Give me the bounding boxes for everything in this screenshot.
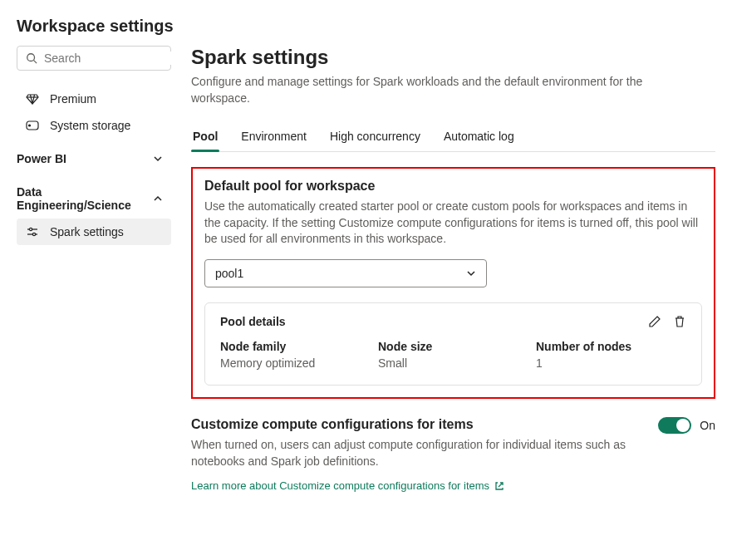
section-label: Data Engineering/Science: [17, 185, 133, 212]
detail-value: 1: [536, 356, 661, 370]
sidebar-item-premium[interactable]: Premium: [17, 86, 171, 112]
edit-button[interactable]: [648, 315, 661, 328]
main-content: Spark settings Configure and manage sett…: [191, 46, 715, 492]
learn-more-link[interactable]: Learn more about Customize compute confi…: [191, 479, 504, 492]
section-label: Power BI: [17, 152, 66, 165]
detail-value: Memory optimized: [220, 356, 345, 370]
customize-toggle[interactable]: [658, 417, 691, 434]
pool-select-value: pool1: [215, 267, 243, 280]
pool-section-title: Default pool for workspace: [204, 179, 702, 194]
detail-label: Node family: [220, 340, 345, 353]
sidebar-item-label: Spark settings: [50, 225, 124, 238]
trash-icon: [673, 315, 686, 328]
pool-select[interactable]: pool1: [204, 259, 487, 287]
sidebar-item-system-storage[interactable]: System storage: [17, 112, 171, 139]
svg-point-5: [29, 228, 32, 230]
storage-icon: [25, 120, 40, 130]
detail-node-family: Node family Memory optimized: [220, 340, 345, 370]
customize-title: Customize compute configurations for ite…: [191, 417, 641, 432]
delete-button[interactable]: [673, 315, 686, 328]
chevron-down-icon: [466, 268, 476, 278]
sidebar-section-powerbi[interactable]: Power BI: [17, 145, 171, 172]
sidebar-item-label: Premium: [50, 92, 96, 106]
sidebar: Premium System storage Power BI Data Eng…: [17, 46, 171, 492]
diamond-icon: [25, 92, 40, 106]
chevron-up-icon: [153, 194, 163, 204]
svg-point-0: [27, 54, 35, 61]
pencil-icon: [648, 315, 661, 328]
search-box[interactable]: [17, 46, 171, 71]
tab-high-concurrency[interactable]: High concurrency: [328, 123, 422, 151]
customize-section: Customize compute configurations for ite…: [191, 417, 715, 492]
tab-environment[interactable]: Environment: [239, 123, 308, 151]
link-text: Learn more about Customize compute confi…: [191, 479, 489, 492]
search-input[interactable]: [44, 52, 189, 65]
search-icon: [26, 52, 37, 64]
svg-line-1: [34, 61, 37, 64]
tabs: Pool Environment High concurrency Automa…: [191, 123, 715, 152]
tab-automatic-log[interactable]: Automatic log: [442, 123, 516, 151]
svg-point-3: [29, 125, 31, 126]
detail-label: Number of nodes: [536, 340, 661, 353]
default-pool-section: Default pool for workspace Use the autom…: [191, 167, 715, 399]
detail-num-nodes: Number of nodes 1: [536, 340, 661, 370]
detail-label: Node size: [378, 340, 503, 353]
chevron-down-icon: [153, 154, 163, 164]
page-title: Workspace settings: [17, 17, 715, 36]
main-description: Configure and manage settings for Spark …: [191, 74, 656, 106]
main-title: Spark settings: [191, 46, 715, 69]
pool-details-title: Pool details: [220, 315, 286, 328]
pool-section-description: Use the automatically created starter po…: [204, 199, 702, 248]
sidebar-item-spark-settings[interactable]: Spark settings: [17, 219, 171, 245]
detail-node-size: Node size Small: [378, 340, 503, 370]
tab-pool[interactable]: Pool: [191, 123, 219, 151]
pool-details-card: Pool details: [204, 302, 702, 386]
toggle-state-label: On: [700, 419, 715, 432]
sliders-icon: [25, 225, 40, 238]
external-link-icon: [494, 481, 504, 491]
svg-point-7: [32, 233, 35, 235]
sidebar-section-dataeng[interactable]: Data Engineering/Science: [17, 179, 171, 219]
sidebar-item-label: System storage: [50, 119, 130, 132]
customize-description: When turned on, users can adjust compute…: [191, 437, 641, 469]
detail-value: Small: [378, 356, 503, 370]
